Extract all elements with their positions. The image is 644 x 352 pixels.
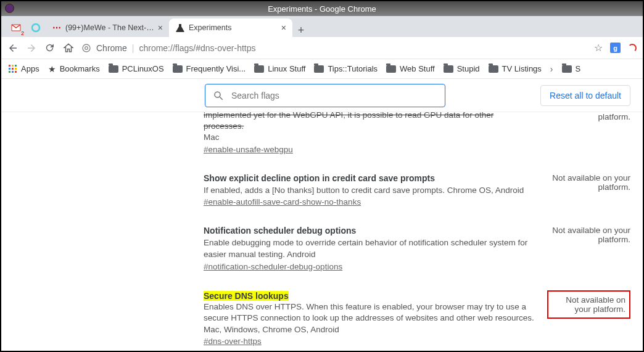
bookmark-folder[interactable]: PCLinuxOS <box>109 64 164 73</box>
folder-icon <box>109 65 118 73</box>
star-icon: ★ <box>48 64 56 74</box>
tab-mewe[interactable]: ⋯ (99+)MeWe - The Next-Ge × <box>46 18 169 37</box>
search-icon <box>213 90 224 101</box>
flag-desc: Enable debugging mode to override certai… <box>204 237 535 260</box>
opera-icon <box>31 23 41 33</box>
bookmark-folder[interactable]: Tips::Tutorials <box>314 64 378 73</box>
flag-item-highlighted: Secure DNS lookups Enables DNS over HTTP… <box>204 290 630 347</box>
chevron-right-icon: › <box>550 64 553 74</box>
folder-icon <box>254 65 264 73</box>
reload-button[interactable] <box>44 43 57 53</box>
flag-status: Not available on your platform. <box>547 173 630 192</box>
reset-all-button[interactable]: Reset all to default <box>540 85 630 106</box>
svg-line-4 <box>220 97 223 100</box>
tab-label: (99+)MeWe - The Next-Ge <box>65 23 154 32</box>
chrome-prefix-icon <box>81 43 91 53</box>
close-icon[interactable]: × <box>281 23 286 33</box>
folder-icon <box>489 65 498 73</box>
tab-label: Experiments <box>189 23 278 32</box>
bookmark-folder[interactable]: S <box>562 64 581 73</box>
gmail-badge: 2 <box>21 30 24 36</box>
svg-point-1 <box>83 44 90 52</box>
svg-point-2 <box>85 46 88 49</box>
window-menu-circle[interactable] <box>5 4 14 13</box>
translate-icon[interactable]: g <box>610 43 621 53</box>
close-icon[interactable]: × <box>158 23 163 33</box>
window-titlebar: Experiments - Google Chrome <box>1 1 643 16</box>
folder-icon <box>444 65 453 73</box>
bookmark-folder[interactable]: Web Stuff <box>386 64 435 73</box>
svg-point-3 <box>215 92 220 97</box>
flag-anchor-link[interactable]: #enable-unsafe-webgpu <box>204 145 293 154</box>
folder-icon <box>386 65 396 73</box>
bookmark-folder[interactable]: TV Listings <box>489 64 542 73</box>
search-input[interactable] <box>230 90 437 101</box>
window-title: Experiments - Google Chrome <box>268 4 376 14</box>
tab-strip: 2 ⋯ (99+)MeWe - The Next-Ge × Experiment… <box>1 16 643 37</box>
flag-anchor-link[interactable]: #enable-autofill-save-card-show-no-thank… <box>204 197 361 207</box>
folder-icon <box>314 65 324 73</box>
apps-grid-icon <box>9 65 17 73</box>
flask-icon <box>175 23 185 33</box>
tab-opera[interactable] <box>26 18 46 37</box>
bookmark-folder[interactable]: Frequently Visi... <box>173 64 246 73</box>
url-scheme: Chrome <box>96 43 127 53</box>
bookmark-star-icon[interactable]: ☆ <box>594 42 603 54</box>
page-content: Reset all to default implemented yet for… <box>1 79 643 351</box>
tab-gmail[interactable]: 2 <box>6 18 26 37</box>
flag-status: Not available on your platform. <box>547 226 630 244</box>
flag-status: platform. <box>547 112 630 121</box>
flag-desc: Enables DNS over HTTPS. When this featur… <box>204 301 535 336</box>
extension-icon[interactable] <box>628 44 637 52</box>
flag-anchor-link[interactable]: #notification-scheduler-debug-options <box>204 262 342 271</box>
gmail-icon <box>11 23 21 33</box>
browser-toolbar: Chrome | chrome://flags/#dns-over-https … <box>1 37 643 59</box>
flag-item: Show explicit decline option in credit c… <box>204 173 630 208</box>
flags-top-bar: Reset all to default <box>1 79 643 112</box>
mewe-icon: ⋯ <box>52 23 62 33</box>
bookmark-folder[interactable]: Stupid <box>444 64 480 73</box>
flag-item: Notification scheduler debug options Ena… <box>204 226 630 271</box>
bookmark-overflow[interactable]: › <box>550 64 553 74</box>
home-button[interactable] <box>63 43 75 54</box>
new-tab-button[interactable]: + <box>292 24 310 37</box>
bookmarks-bar: Apps ★ Bookmarks PCLinuxOS Frequently Vi… <box>1 59 643 79</box>
svg-point-0 <box>32 24 39 31</box>
tab-experiments[interactable]: Experiments × <box>169 18 292 37</box>
bookmark-folder[interactable]: Linux Stuff <box>254 64 305 73</box>
bookmarks-button[interactable]: ★ Bookmarks <box>48 64 100 74</box>
flags-list: implemented yet for the WebGPU API, it i… <box>1 112 643 351</box>
forward-button <box>26 43 38 54</box>
back-button[interactable] <box>7 43 20 54</box>
search-flags-box[interactable] <box>205 84 445 107</box>
flag-desc: If enabled, adds a [No thanks] button to… <box>204 185 535 197</box>
apps-button[interactable]: Apps <box>9 64 39 73</box>
flag-anchor-link[interactable]: #dns-over-https <box>204 337 262 346</box>
flag-title: Secure DNS lookups <box>204 291 289 301</box>
folder-icon <box>173 65 183 73</box>
flag-status: Not available on your platform. <box>547 290 630 319</box>
flag-title: Notification scheduler debug options <box>204 226 535 235</box>
address-bar[interactable]: Chrome | chrome://flags/#dns-over-https <box>81 43 588 53</box>
folder-icon <box>562 65 572 73</box>
flag-title: Show explicit decline option in credit c… <box>204 173 535 183</box>
